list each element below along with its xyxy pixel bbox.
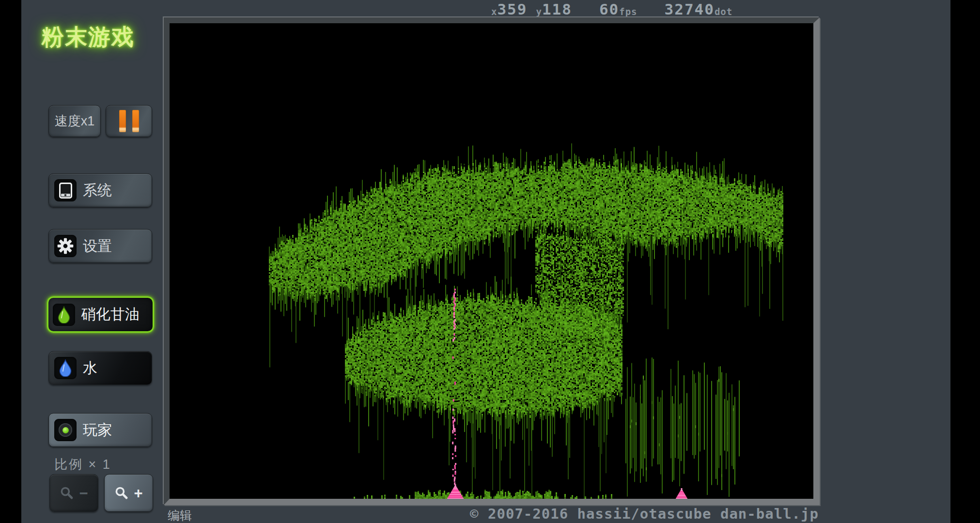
system-button[interactable]: 系统 xyxy=(48,173,152,207)
nitroglycerin-button-selected[interactable]: 硝化甘油 xyxy=(47,296,154,333)
y-value: 118 xyxy=(542,1,572,17)
page-title: 粉末游戏 xyxy=(42,22,135,52)
water-button[interactable]: 水 xyxy=(48,351,152,385)
zoom-in-button[interactable]: + xyxy=(104,474,153,512)
dot-value: 32740 xyxy=(665,1,715,17)
player-button[interactable]: 玩家 xyxy=(48,413,152,447)
dot-count-readout: 32740 dot xyxy=(665,1,733,17)
speed-button[interactable]: 速度x1 xyxy=(48,105,101,137)
hud-status-bar: x 359 y 118 60 fps 32740 dot xyxy=(491,1,732,17)
zoom-in-sign: + xyxy=(134,486,142,501)
pause-icon xyxy=(119,110,139,132)
fps-value: 60 xyxy=(599,1,619,17)
cursor-y-readout: y 118 xyxy=(536,1,572,17)
scale-label: 比例 × 1 xyxy=(54,456,111,473)
magnifier-minus-icon xyxy=(60,486,74,500)
pause-button[interactable] xyxy=(106,105,152,137)
player-label: 玩家 xyxy=(83,420,112,440)
x-value: 359 xyxy=(497,1,527,17)
speed-label: 速度x1 xyxy=(55,112,95,130)
zoom-out-sign: − xyxy=(79,486,88,501)
monitor-icon xyxy=(54,179,77,201)
simulation-canvas[interactable] xyxy=(170,23,813,499)
fps-readout: 60 fps xyxy=(599,1,638,17)
green-drop-icon xyxy=(53,304,75,326)
player-dot-icon xyxy=(54,419,77,441)
play-field-frame xyxy=(164,17,820,505)
blue-drop-icon xyxy=(54,357,77,379)
settings-label: 设置 xyxy=(83,236,112,256)
cursor-x-readout: x 359 xyxy=(491,1,527,17)
system-label: 系统 xyxy=(83,181,112,200)
nitroglycerin-label: 硝化甘油 xyxy=(81,305,140,324)
copyright-text: © 2007-2016 hassii/otascube dan-ball.jp xyxy=(435,506,819,522)
water-label: 水 xyxy=(83,358,97,378)
edit-label: 编辑 xyxy=(168,508,192,523)
magnifier-plus-icon xyxy=(114,486,129,500)
powder-game-app: 粉末游戏 x 359 y 118 60 fps 32740 dot 速度x1 系… xyxy=(0,0,980,523)
settings-button[interactable]: 设置 xyxy=(48,229,152,263)
gear-icon xyxy=(54,235,77,257)
zoom-out-button[interactable]: − xyxy=(49,474,98,512)
